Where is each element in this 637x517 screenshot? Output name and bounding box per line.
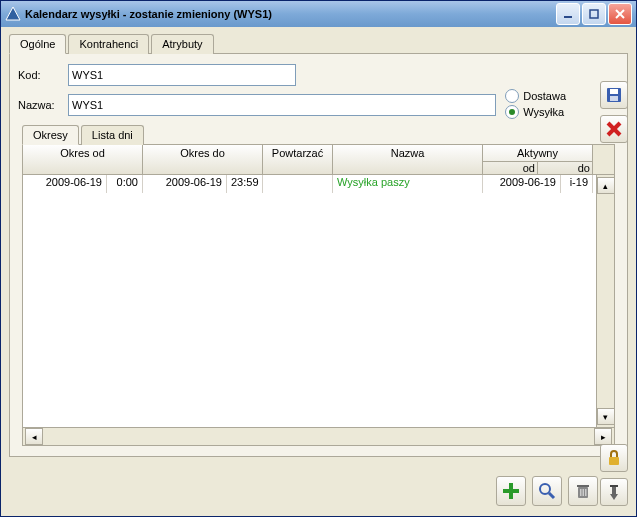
svg-marker-21 — [610, 494, 618, 500]
nazwa-label: Nazwa: — [18, 99, 68, 111]
titlebar[interactable]: Kalendarz wysyłki - zostanie zmieniony (… — [1, 1, 636, 27]
cell-od-time: 0:00 — [107, 175, 143, 193]
col-aktywny[interactable]: Aktywny od do — [483, 145, 593, 174]
col-aktywny-od: od — [483, 162, 538, 174]
nazwa-input[interactable] — [68, 94, 496, 116]
svg-rect-15 — [577, 485, 589, 487]
tab-okresy[interactable]: Okresy — [22, 125, 79, 145]
tab-ogolne[interactable]: Ogólne — [9, 34, 66, 54]
horizontal-scrollbar[interactable]: ◂ ▸ — [23, 427, 614, 445]
svg-rect-19 — [609, 457, 619, 465]
table-row[interactable]: 2009-06-19 0:00 2009-06-19 23:59 Wysyłka… — [23, 175, 596, 193]
cancel-button[interactable] — [600, 115, 628, 143]
cell-do-date: 2009-06-19 — [143, 175, 227, 193]
svg-rect-11 — [503, 489, 519, 493]
save-button[interactable] — [600, 81, 628, 109]
svg-line-13 — [549, 493, 554, 498]
plus-icon — [501, 481, 521, 501]
svg-rect-6 — [610, 89, 618, 94]
sub-tabs: Okresy Lista dni Okres od Okres do Powta… — [22, 124, 615, 446]
pin-icon — [605, 483, 623, 501]
grid-header: Okres od Okres do Powtarzać Nazwa Aktywn… — [23, 145, 614, 175]
app-window: Kalendarz wysyłki - zostanie zmieniony (… — [0, 0, 637, 517]
scroll-up-button[interactable]: ▴ — [597, 177, 615, 194]
maximize-button[interactable] — [582, 3, 606, 25]
pin-button[interactable] — [600, 478, 628, 506]
close-icon — [605, 120, 623, 138]
type-radio-group: Dostawa Wysyłka — [499, 81, 572, 127]
scroll-left-button[interactable]: ◂ — [25, 428, 43, 445]
right-bottom-toolbar — [600, 444, 628, 506]
cell-akt-od: 2009-06-19 — [483, 175, 561, 193]
col-okres-do[interactable]: Okres do — [143, 145, 263, 174]
svg-rect-16 — [580, 489, 582, 496]
tab-atrybuty[interactable]: Atrybuty — [151, 34, 213, 54]
radio-icon-selected — [505, 105, 519, 119]
add-button[interactable] — [496, 476, 526, 506]
svg-point-12 — [540, 484, 550, 494]
svg-rect-7 — [610, 96, 618, 101]
tab-lista-dni[interactable]: Lista dni — [81, 125, 144, 145]
cell-powtarzac — [263, 175, 333, 193]
delete-button[interactable] — [568, 476, 598, 506]
trash-icon — [573, 481, 593, 501]
svg-marker-0 — [6, 7, 20, 20]
zoom-button[interactable] — [532, 476, 562, 506]
kod-input[interactable] — [68, 64, 296, 86]
scroll-down-button[interactable]: ▾ — [597, 408, 615, 425]
svg-rect-18 — [585, 489, 587, 496]
col-aktywny-label: Aktywny — [483, 145, 592, 162]
svg-rect-22 — [610, 485, 618, 487]
magnifier-icon — [537, 481, 557, 501]
svg-rect-17 — [583, 489, 585, 496]
cell-do-time: 23:59 — [227, 175, 263, 193]
radio-wysylka[interactable]: Wysyłka — [505, 105, 566, 119]
svg-rect-1 — [564, 16, 572, 18]
window-close-button[interactable] — [608, 3, 632, 25]
minimize-button[interactable] — [556, 3, 580, 25]
cell-nazwa: Wysyłka paszy — [333, 175, 483, 193]
lock-icon — [605, 449, 623, 467]
radio-icon — [505, 89, 519, 103]
cell-od-date: 2009-06-19 — [23, 175, 107, 193]
bottom-toolbar — [496, 476, 598, 506]
scroll-right-button[interactable]: ▸ — [594, 428, 612, 445]
radio-dostawa-label: Dostawa — [523, 90, 566, 102]
window-title: Kalendarz wysyłki - zostanie zmieniony (… — [25, 8, 556, 20]
radio-dostawa[interactable]: Dostawa — [505, 89, 566, 103]
grid-panel: Okres od Okres do Powtarzać Nazwa Aktywn… — [22, 145, 615, 446]
col-powtarzac[interactable]: Powtarzać — [263, 145, 333, 174]
client-area: Ogólne Kontrahenci Atrybuty Kod: Nazwa: … — [5, 27, 632, 512]
cell-akt-do: i-19 — [561, 175, 593, 193]
vertical-scrollbar[interactable]: ▴ ▾ — [596, 175, 614, 427]
col-aktywny-do: do — [538, 162, 592, 174]
svg-rect-20 — [612, 486, 616, 494]
svg-rect-2 — [590, 10, 598, 18]
right-toolbar — [600, 81, 628, 143]
kod-label: Kod: — [18, 69, 68, 81]
lock-button[interactable] — [600, 444, 628, 472]
tab-kontrahenci[interactable]: Kontrahenci — [68, 34, 149, 54]
col-nazwa[interactable]: Nazwa — [333, 145, 483, 174]
col-okres-od[interactable]: Okres od — [23, 145, 143, 174]
app-icon — [5, 6, 21, 22]
save-icon — [605, 86, 623, 104]
grid-body[interactable]: 2009-06-19 0:00 2009-06-19 23:59 Wysyłka… — [23, 175, 614, 427]
radio-wysylka-label: Wysyłka — [523, 106, 564, 118]
